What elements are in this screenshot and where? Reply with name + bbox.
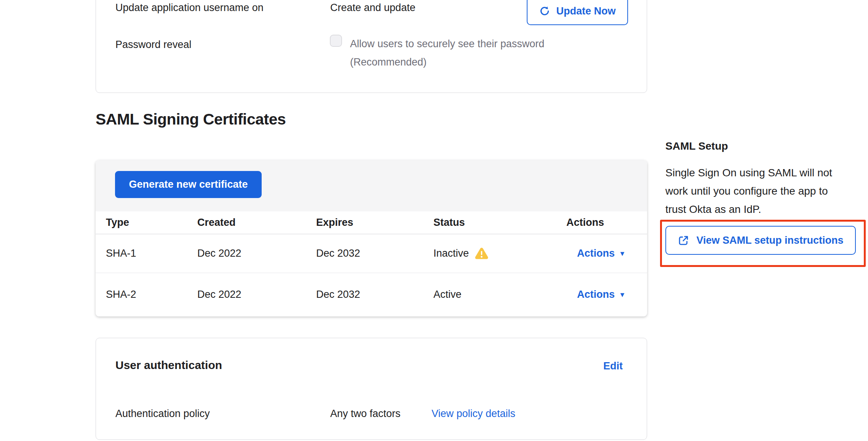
cert-type: SHA-2 xyxy=(106,289,197,300)
refresh-icon xyxy=(539,5,550,17)
saml-signing-certificates-heading: SAML Signing Certificates xyxy=(96,110,286,129)
user-authentication-card: User authentication Edit Authentication … xyxy=(96,338,647,440)
warning-triangle-icon xyxy=(475,247,489,260)
generate-certificate-button[interactable]: Generate new certificate xyxy=(115,171,262,198)
cert-expires: Dec 2032 xyxy=(316,289,433,300)
cert-status: Inactive xyxy=(433,247,566,260)
caret-down-icon: ▼ xyxy=(619,291,626,298)
password-reveal-checkbox-label-line1: Allow users to securely see their passwo… xyxy=(350,37,544,50)
status-text: Inactive xyxy=(433,248,469,259)
update-username-value: Create and update xyxy=(330,1,416,14)
cert-created: Dec 2022 xyxy=(197,289,316,300)
view-saml-setup-instructions-label: View SAML setup instructions xyxy=(696,235,843,246)
certificates-card: Generate new certificate Type Created Ex… xyxy=(96,160,647,316)
edit-link[interactable]: Edit xyxy=(603,360,623,372)
authentication-policy-value: Any two factors xyxy=(330,407,401,420)
password-reveal-checkbox-label-line2: (Recommended) xyxy=(350,56,427,69)
cert-expires: Dec 2032 xyxy=(316,248,433,259)
actions-dropdown-sha1[interactable]: Actions ▼ xyxy=(566,248,626,259)
cert-type: SHA-1 xyxy=(106,248,197,259)
caret-down-icon: ▼ xyxy=(619,250,626,257)
cert-status: Active xyxy=(433,289,566,300)
table-row-sha2: SHA-2 Dec 2022 Dec 2032 Active Actions ▼ xyxy=(96,273,647,316)
actions-dropdown-sha2[interactable]: Actions ▼ xyxy=(566,289,626,300)
external-link-icon xyxy=(678,235,689,246)
status-text: Active xyxy=(433,289,462,300)
column-header-type: Type xyxy=(106,217,197,228)
table-row-sha1: SHA-1 Dec 2022 Dec 2032 Inactive Actions… xyxy=(96,234,647,273)
column-header-expires: Expires xyxy=(316,217,433,228)
password-reveal-label: Password reveal xyxy=(115,38,192,51)
authentication-policy-label: Authentication policy xyxy=(115,407,210,420)
password-reveal-checkbox[interactable] xyxy=(330,35,342,47)
column-header-actions: Actions xyxy=(566,217,647,228)
saml-setup-heading: SAML Setup xyxy=(665,139,728,153)
annotation-highlight-box: View SAML setup instructions xyxy=(660,220,866,267)
saml-setup-description-line: Single Sign On using SAML will not xyxy=(665,164,863,182)
view-saml-setup-instructions-button[interactable]: View SAML setup instructions xyxy=(665,226,856,255)
certificates-table-header: Type Created Expires Status Actions xyxy=(96,211,647,234)
cert-created: Dec 2022 xyxy=(197,248,316,259)
saml-setup-description: Single Sign On using SAML will not work … xyxy=(665,164,863,219)
view-policy-details-link[interactable]: View policy details xyxy=(432,407,515,420)
page: Update application username on Create an… xyxy=(0,0,868,441)
certificates-toolbar: Generate new certificate xyxy=(96,160,647,211)
user-authentication-heading: User authentication xyxy=(115,358,222,372)
update-now-label: Update Now xyxy=(556,5,615,17)
update-username-label: Update application username on xyxy=(115,1,264,14)
saml-setup-description-line: trust Okta as an IdP. xyxy=(665,200,863,219)
saml-setup-description-line: work until you configure the app to xyxy=(665,182,863,200)
actions-label: Actions xyxy=(577,289,615,300)
sign-on-settings-card: Update application username on Create an… xyxy=(96,0,647,93)
actions-label: Actions xyxy=(577,248,615,259)
update-now-button[interactable]: Update Now xyxy=(527,0,628,25)
column-header-status: Status xyxy=(433,217,566,228)
column-header-created: Created xyxy=(197,217,316,228)
